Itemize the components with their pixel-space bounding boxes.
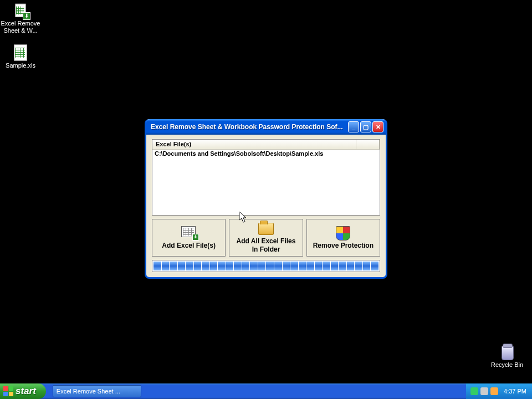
system-tray[interactable]: 4:37 PM [466, 383, 532, 399]
close-button[interactable]: ✕ [372, 121, 383, 132]
xls-icon [12, 43, 29, 61]
file-list-header: Excel File(s) [152, 140, 380, 150]
column-header-blank[interactable] [356, 140, 380, 149]
windows-logo-icon [3, 386, 13, 396]
tray-icon[interactable] [490, 387, 498, 395]
desktop-icon-app[interactable]: ⬇ Excel Remove Sheet & W... [0, 1, 41, 34]
taskbar-item-label: Excel Remove Sheet ... [57, 388, 120, 395]
app-window: Excel Remove Sheet & Workbook Password P… [145, 119, 387, 279]
button-label: Add All Excel Files In Folder [237, 237, 296, 254]
titlebar[interactable]: Excel Remove Sheet & Workbook Password P… [146, 119, 386, 135]
button-label: Add Excel File(s) [162, 242, 216, 250]
desktop-icon-recycle[interactable]: Recycle Bin [487, 342, 528, 369]
file-list[interactable]: Excel File(s) C:\Documents and Settings\… [152, 139, 380, 216]
unlock-shield-icon [335, 226, 351, 239]
desktop-icon-sample[interactable]: Sample.xls [0, 43, 41, 69]
desktop-icon-label: Excel Remove Sheet & W... [0, 20, 41, 34]
taskbar-item-app[interactable]: Excel Remove Sheet ... [53, 385, 141, 397]
button-label: Remove Protection [313, 242, 374, 250]
column-header-files[interactable]: Excel File(s) [152, 140, 356, 149]
add-excel-files-button[interactable]: + Add Excel File(s) [152, 219, 226, 257]
maximize-icon: ▢ [363, 124, 369, 131]
tray-icon[interactable] [480, 387, 488, 395]
minimize-icon: _ [352, 124, 355, 130]
recycle-bin-icon [498, 342, 516, 360]
desktop-icon-label: Sample.xls [0, 62, 41, 69]
spreadsheet-add-icon: + [181, 226, 197, 239]
file-row[interactable]: C:\Documents and Settings\Sobolsoft\Desk… [152, 150, 380, 157]
folder-icon [258, 222, 274, 235]
taskbar: start Excel Remove Sheet ... 4:37 PM [0, 383, 532, 399]
desktop-icon-label: Recycle Bin [487, 361, 528, 369]
window-title: Excel Remove Sheet & Workbook Password P… [151, 123, 347, 131]
progress-bar [152, 260, 380, 272]
remove-protection-button[interactable]: Remove Protection [306, 219, 380, 257]
clock[interactable]: 4:37 PM [504, 388, 526, 395]
start-label: start [16, 386, 36, 397]
app-icon: ⬇ [12, 1, 29, 19]
add-folder-button[interactable]: Add All Excel Files In Folder [229, 219, 303, 257]
tray-icon[interactable] [470, 387, 478, 395]
minimize-button[interactable]: _ [348, 121, 359, 132]
start-button[interactable]: start [0, 383, 46, 399]
maximize-button[interactable]: ▢ [360, 121, 371, 132]
close-icon: ✕ [376, 124, 381, 131]
